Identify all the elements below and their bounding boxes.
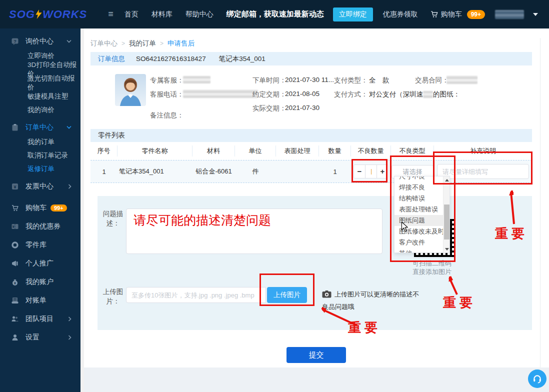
dropdown-option[interactable]: 表面处理错误 [394, 204, 443, 215]
svg-text:¥: ¥ [14, 184, 16, 189]
breadcrumb-order-center[interactable]: 订单中心 [90, 39, 118, 48]
supplement-input[interactable] [437, 164, 529, 179]
svg-text:¥: ¥ [14, 282, 16, 285]
upload-image-label: 上传图片： [102, 287, 124, 306]
sidebar-item-laser-cut-quote[interactable]: 激光切割自动报价 [0, 76, 80, 90]
top-menu: 首页 材料库 帮助中心 [124, 10, 214, 19]
cs-agent-value-blurred [183, 76, 210, 84]
username-blurred[interactable] [495, 10, 524, 19]
question-bubble-icon: ? [11, 38, 19, 46]
dropdown-option[interactable]: 客户改件 [394, 237, 443, 248]
contract-value-blurred [446, 76, 478, 84]
defect-type-dropdown: 尺寸不良 焊接不良 结构错误 表面处理错误 图纸问题 图纸修改未及时 客户改件 … [394, 176, 450, 253]
stepper-minus-button[interactable]: − [354, 165, 365, 178]
logo[interactable]: SOG WORKS [9, 8, 87, 21]
order-time-label: 下单时间： [252, 76, 286, 85]
table-row: 1 笔记本354_001 铝合金-6061 件 1 − + 请选择 [90, 160, 532, 183]
bind-now-button[interactable]: 立即绑定 [333, 8, 373, 22]
team-icon [11, 315, 19, 323]
problem-desc-label: 问题描述： [102, 209, 124, 228]
cs-phone-value-blurred [183, 90, 258, 98]
col-surface: 表面处理 [276, 146, 319, 156]
menu-item-home[interactable]: 首页 [124, 10, 138, 19]
sidebar-item-repair-orders[interactable]: 返修订单 [0, 162, 80, 176]
menu-item-materials[interactable]: 材料库 [152, 10, 172, 19]
submit-button[interactable]: 提交 [286, 347, 346, 363]
chevron-right-icon [68, 316, 72, 322]
breadcrumb-separator: > [122, 40, 125, 47]
lightning-bolt-icon [36, 10, 42, 19]
sidebar-item-parts-library[interactable]: 零件库 [0, 237, 80, 252]
hamburger-menu-icon[interactable]: ≡ [108, 9, 114, 20]
sidebar-item-cancelled-orders[interactable]: 取消订单记录 [0, 148, 80, 162]
sidebar-item-statements[interactable]: 对账单 [0, 292, 80, 308]
dropdown-options: 尺寸不良 焊接不良 结构错误 表面处理错误 图纸问题 图纸修改未及时 客户改件 … [394, 176, 443, 252]
sidebar-item-my-coupons[interactable]: ¥ 我的优惠券 [0, 218, 80, 234]
breadcrumb-apply-aftersales: 申请售后 [168, 39, 194, 48]
cart-badge: 99+ [467, 10, 485, 19]
bind-email-notice: 绑定邮箱，获取速加最新动态 [226, 10, 324, 19]
scroll-down-arrow[interactable] [444, 246, 450, 252]
upload-tip-text: 上传图片可以更清晰的描述不良品问题哦 [322, 290, 419, 310]
cs-phone-label: 客服电话： [150, 90, 184, 99]
app-root: SOG WORKS ≡ 首页 材料库 帮助中心 绑定邮箱，获取速加最新动态 立即… [0, 0, 549, 392]
pay-method-value-pre: 对公支付（深圳速 [369, 90, 423, 98]
row-material: 铝合金-6061 [192, 167, 235, 176]
sidebar-item-my-orders[interactable]: 我的订单 [0, 135, 80, 148]
table-header: 序号 零件名称 材料 单位 表面处理 数量 不良数量 不良类型 补充说明 [90, 142, 532, 160]
statement-icon [11, 296, 19, 304]
customer-support-fab[interactable] [528, 370, 546, 388]
invoice-icon: ¥ [11, 182, 19, 190]
pay-method-label: 支付方式： [334, 90, 368, 99]
actual-date-value: 2021-07-30 [285, 104, 320, 112]
col-material: 材料 [192, 146, 235, 156]
sidebar-item-settings[interactable]: 设置 [0, 330, 80, 345]
megaphone-icon [11, 260, 19, 268]
col-qty: 数量 [319, 146, 351, 156]
sidebar-item-order-center[interactable]: 订单中心 [0, 120, 80, 135]
scroll-up-arrow[interactable] [444, 176, 450, 184]
logo-text-right: WORKS [42, 8, 87, 21]
camera-icon [322, 290, 332, 302]
content-right-border [540, 38, 540, 368]
parts-table: 序号 零件名称 材料 单位 表面处理 数量 不良数量 不良类型 补充说明 1 笔… [90, 142, 532, 183]
important-label: 重要 [495, 225, 528, 242]
sidebar-cart-badge: 99+ [50, 204, 67, 212]
sidebar-item-invoice-center[interactable]: ¥ 发票中心 [0, 178, 80, 194]
gear-icon [11, 241, 19, 249]
cart-label: 购物车 [441, 10, 462, 19]
menu-item-help[interactable]: 帮助中心 [186, 10, 214, 19]
dropdown-option[interactable]: 焊接不良 [394, 182, 443, 193]
sidebar-item-my-account[interactable]: ¥ 我的账户 [0, 274, 80, 290]
breadcrumb-my-orders[interactable]: 我的订单 [129, 39, 156, 48]
qr-caption-line2: 直接添加图片 [403, 268, 461, 276]
upload-filename-input[interactable] [126, 287, 266, 303]
dropdown-scrollbar[interactable] [443, 176, 450, 252]
col-unit: 单位 [235, 146, 276, 156]
sidebar-item-team-projects[interactable]: 团队项目 [0, 311, 80, 326]
parts-list-bar: 零件列表 [90, 129, 532, 142]
sidebar-item-inquiry-center[interactable]: ? 询价中心 [0, 34, 80, 49]
sidebar-item-personal-promotion[interactable]: 个人推广 [0, 256, 80, 271]
due-date-label: 约定交期： [252, 90, 286, 99]
dropdown-option[interactable]: 结构错误 [394, 193, 443, 204]
upload-image-button[interactable]: 上传图片 [267, 287, 307, 303]
coupon-link[interactable]: 优惠券领取 [383, 10, 418, 19]
pay-type-label: 支付类型： [334, 76, 368, 85]
order-product-name: 笔记本354_001 [219, 54, 266, 64]
customer-service-avatar [115, 74, 146, 106]
dropdown-option[interactable]: 尺寸不良 [394, 176, 443, 182]
problem-desc-textarea[interactable]: 请尽可能的描述清楚问题 [126, 208, 382, 254]
scrollbar-thumb[interactable] [444, 204, 450, 240]
breadcrumb-separator: > [160, 40, 164, 47]
topbar-cart[interactable]: 购物车 [430, 10, 462, 19]
remark-label: 备注信息： [150, 111, 184, 120]
sidebar-item-my-inquiries[interactable]: 我的询价 [0, 103, 80, 116]
stepper-plus-button[interactable]: + [377, 165, 388, 178]
pay-type-value: 全 款 [369, 76, 390, 84]
stepper-value-input[interactable] [365, 165, 377, 178]
sidebar-scrollbar[interactable] [80, 28, 84, 392]
sidebar-item-cart[interactable]: 购物车 99+ [0, 200, 80, 216]
user-menu-caret-icon[interactable] [533, 13, 538, 16]
dropdown-option[interactable]: 其他 [394, 248, 443, 252]
